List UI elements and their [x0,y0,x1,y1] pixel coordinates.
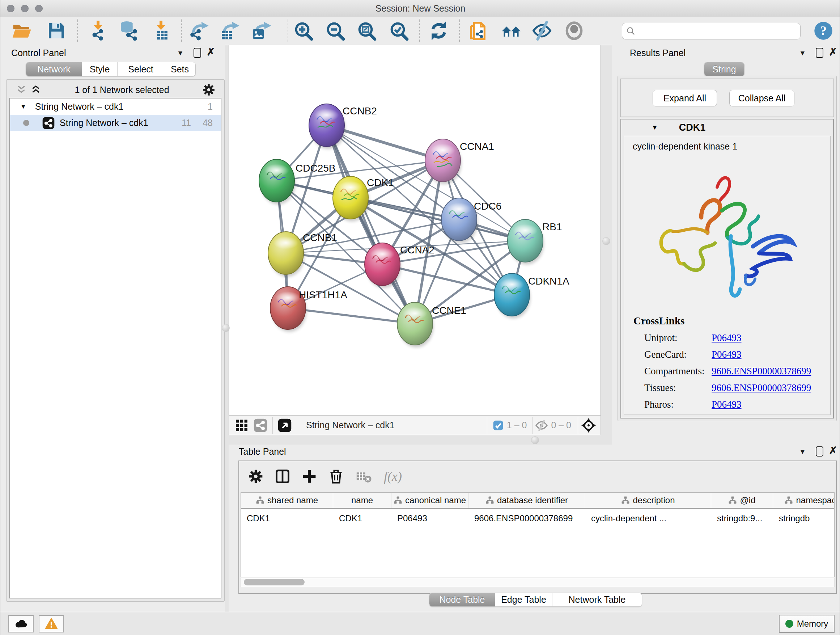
table-horizontal-scrollbar[interactable] [240,578,835,587]
zoom-out-button[interactable] [325,21,346,41]
cloud-status-button[interactable] [8,615,34,632]
table-cell[interactable]: P06493 [392,509,469,528]
splitter-handle[interactable] [602,237,610,245]
import-network-from-file-button[interactable] [88,21,108,41]
pan-crosshair-icon[interactable] [581,418,596,433]
zoom-selected-button[interactable] [389,21,409,41]
column-header-database-identifier[interactable]: database identifier [469,493,585,508]
collection-expand-arrow-icon[interactable]: ▼ [20,103,27,111]
table-panel-float-icon[interactable] [816,447,823,456]
network-node-CCNB1[interactable]: CCNB1 [268,232,337,277]
apply-preferred-layout-button[interactable] [429,21,449,41]
import-network-from-database-button[interactable] [118,21,139,41]
network-node-RB1[interactable]: RB1 [508,219,562,264]
table-cell[interactable]: stringdb:9... [711,509,773,528]
crosslink-link[interactable]: P06493 [712,349,742,360]
expand-all-networks-icon[interactable] [30,84,42,95]
tab-network[interactable]: Network [26,62,82,76]
network-node-CCNE1[interactable]: CCNE1 [397,302,466,348]
crosslink-link[interactable]: 9606.ENSP00000378699 [712,382,811,394]
network-node-CDC6[interactable]: CDC6 [441,198,501,243]
first-neighbors-button[interactable] [501,21,521,41]
crosslink-row: Uniprot:P06493 [644,329,827,346]
window-title: Session: New Session [0,3,840,14]
tab-style[interactable]: Style [82,62,118,76]
collapse-all-networks-icon[interactable] [15,84,27,95]
tab-node-table[interactable]: Node Table [429,593,495,606]
network-edge-HIST1H1A-CCNE1[interactable] [288,308,415,324]
tab-select[interactable]: Select [118,62,164,76]
node-label-HIST1H1A: HIST1H1A [299,289,347,301]
results-panel-float-icon[interactable] [816,48,823,58]
network-row-selected[interactable]: String Network – cdk1 11 48 [10,115,221,131]
save-session-button[interactable] [46,21,66,41]
column-header-namespace[interactable]: namespace [773,493,835,508]
results-panel-close-icon[interactable]: ✗ [829,48,837,57]
tab-edge-table[interactable]: Edge Table [495,593,553,606]
birdseye-view-icon[interactable] [278,418,292,432]
control-panel-close-icon[interactable]: ✗ [207,48,215,57]
network-node-count: 11 [182,118,191,128]
table-cell[interactable]: CDK1 [241,509,333,528]
column-header-description[interactable]: description [585,493,711,508]
open-session-button[interactable] [11,21,32,41]
column-header-canonical-name[interactable]: canonical name [392,493,469,508]
column-header-name[interactable]: name [333,493,392,508]
clone-network-button[interactable] [469,21,489,41]
network-node-CCNB2[interactable]: CCNB2 [309,104,377,149]
scrollbar-thumb[interactable] [244,579,305,585]
crosslink-row: Compartments:9606.ENSP00000378699 [644,363,827,379]
protein-expand-arrow-icon[interactable]: ▼ [652,124,658,131]
control-panel-menu-icon[interactable]: ▼ [177,49,184,57]
network-node-HIST1H1A[interactable]: HIST1H1A [270,287,347,332]
grid-view-icon[interactable] [235,418,248,432]
table-cell[interactable]: stringdb [773,509,835,528]
warnings-button[interactable] [39,615,64,632]
table-cell[interactable]: 9606.ENSP00000378699 [469,509,585,528]
network-options-gear-icon[interactable] [202,83,216,97]
show-all-button[interactable] [564,21,584,41]
help-button[interactable]: ? [813,21,833,41]
network-node-CDKN1A[interactable]: CDKN1A [494,273,569,318]
export-image-button[interactable] [252,21,272,41]
protein-section-header[interactable]: ▼ CDK1 [621,119,833,136]
export-table-button[interactable] [220,21,240,41]
add-column-icon[interactable] [302,469,317,485]
zoom-in-button[interactable] [294,21,314,41]
tab-string[interactable]: String [704,62,744,76]
splitter-handle[interactable] [222,324,230,332]
search-input[interactable] [639,25,796,38]
table-panel-menu-icon[interactable]: ▼ [799,448,806,456]
collapse-all-button[interactable]: Collapse All [729,90,794,106]
share-network-icon[interactable] [254,418,267,432]
network-view-canvas[interactable]: CCNB2 CCNA1 CDC25B CDK1 CDC6 [229,45,601,415]
hidden-eye-slash-icon[interactable] [535,419,548,432]
table-panel-close-icon[interactable]: ✗ [829,447,837,455]
memory-button[interactable]: Memory [779,615,835,633]
crosslink-link[interactable]: P06493 [712,399,742,410]
expand-all-button[interactable]: Expand All [653,90,717,106]
crosslink-link[interactable]: P06493 [712,333,742,344]
column-header-@id[interactable]: @id [711,493,773,508]
zoom-fit-content-button[interactable] [357,21,377,41]
column-header-shared-name[interactable]: shared name [241,493,333,508]
tab-network-table[interactable]: Network Table [553,593,642,606]
hide-selected-button[interactable] [532,21,552,41]
table-options-gear-icon[interactable] [248,469,264,485]
import-table-from-file-button[interactable] [151,21,171,41]
network-edge-CCNA2-CDKN1A[interactable] [382,264,512,295]
selected-checkbox-icon[interactable] [493,420,504,431]
results-panel-menu-icon[interactable]: ▼ [799,49,806,57]
network-collection-row[interactable]: ▼ String Network – cdk1 1 [10,98,221,115]
tab-sets[interactable]: Sets [164,62,195,76]
crosslink-link[interactable]: 9606.ENSP00000378699 [712,366,811,377]
network-node-CDK1[interactable]: CDK1 [333,176,394,222]
show-columns-icon[interactable] [275,469,291,485]
table-cell[interactable]: CDK1 [333,509,392,528]
search-box[interactable] [622,23,801,40]
control-panel-float-icon[interactable] [194,48,201,58]
table-cell[interactable]: cyclin-dependent ... [585,509,711,528]
delete-column-icon[interactable] [328,469,344,485]
splitter-handle[interactable] [531,436,539,444]
export-network-button[interactable] [189,21,210,41]
